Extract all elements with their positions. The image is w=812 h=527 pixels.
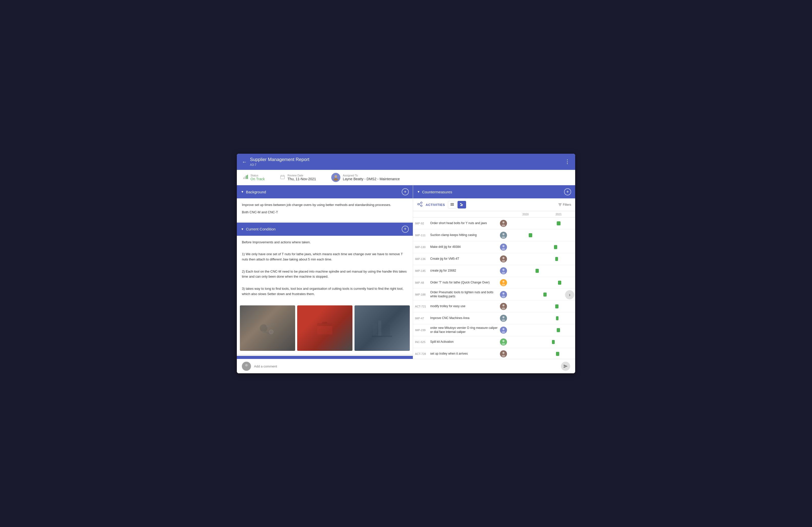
svg-point-55	[503, 340, 505, 342]
item-title: set up trolley when it arrives	[430, 352, 498, 356]
gantt-row-left: IMP-136Create jig for VM5-4T	[413, 254, 509, 264]
header: ← Supplier Management Report A3-7 ⋮	[237, 154, 575, 170]
svg-point-47	[503, 293, 505, 295]
gantt-row[interactable]: IMP-145create jig for 15682	[413, 265, 575, 277]
gantt-bar	[536, 269, 539, 273]
svg-rect-29	[460, 203, 462, 204]
gantt-row-left: IMP-130Make drill jig for 49384	[413, 242, 509, 252]
gantt-bar	[556, 352, 559, 356]
current-condition-add-button[interactable]: +	[402, 226, 409, 233]
svg-rect-27	[450, 204, 454, 205]
gantt-view-button[interactable]	[458, 201, 466, 208]
gantt-header-years: 2020 2021	[509, 213, 575, 216]
item-id: IMP-48	[415, 281, 428, 284]
assigned-label: Assigned To	[343, 174, 400, 177]
gantt-row[interactable]: IMP-239order new Mitutoyo vernier O ring…	[413, 324, 575, 336]
calendar-icon	[280, 174, 285, 181]
item-title: Suction clamp keeps hitting casing	[430, 233, 498, 237]
item-title: Order 'T' nuts for lathe (Quick Change O…	[430, 281, 498, 285]
gantt-row-left: INC-525Spill kit Activation	[413, 337, 509, 347]
gantt-row[interactable]: ACT-721modify trolley for easy use	[413, 301, 575, 312]
gantt-bar	[552, 340, 554, 344]
status-item: Status On Track	[243, 174, 265, 181]
item-avatar	[500, 244, 507, 251]
countermeasures-section-header[interactable]: ▼ Countermeasures +	[413, 185, 575, 199]
item-id: IMP-111	[415, 234, 428, 237]
gantt-row-chart	[509, 301, 575, 312]
countermeasures-chevron: ▼	[417, 190, 420, 194]
item-title: Improve CNC Machines Area	[430, 316, 498, 320]
gantt-row[interactable]: IMP-188Order Pneumatic tools to tighten …	[413, 289, 575, 301]
left-panel: ▼ Background + Improve set up times betw…	[237, 185, 413, 359]
item-avatar	[500, 338, 507, 346]
svg-point-54	[502, 331, 505, 333]
svg-point-13	[269, 330, 273, 334]
gantt-row-left: IMP-47Improve CNC Machines Area	[413, 313, 509, 323]
gantt-row[interactable]: IMP-136Create jig for VM5-4T	[413, 253, 575, 265]
list-view-button[interactable]	[448, 201, 456, 208]
current-condition-title: Current Condition	[246, 227, 276, 231]
current-condition-chevron: ▼	[241, 228, 244, 231]
svg-point-58	[502, 355, 505, 357]
svg-rect-0	[243, 177, 244, 179]
current-condition-header-left: ▼ Current Condition	[241, 227, 275, 231]
back-button[interactable]: ←	[242, 159, 247, 165]
background-text-2: Both CNC-M and CNC-T	[242, 210, 408, 215]
svg-point-9	[334, 178, 338, 181]
gantt-bar	[557, 221, 561, 225]
item-avatar	[500, 255, 507, 263]
countermeasures-add-button[interactable]: +	[564, 188, 571, 195]
background-add-button[interactable]: +	[402, 188, 409, 195]
background-content: Improve set up times between job change …	[237, 199, 413, 221]
gantt-rows: TODAYIMP-92Order short head bolts for 't…	[413, 218, 575, 359]
svg-line-24	[419, 203, 421, 204]
gantt-next-button[interactable]: ›	[565, 290, 574, 299]
background-header-left: ▼ Background	[241, 190, 266, 194]
svg-rect-14	[317, 326, 332, 334]
condition-point2: 2) Each tool on the CNC-M need to be pla…	[242, 269, 408, 280]
current-condition-section-header[interactable]: ▼ Current Condition +	[237, 223, 413, 236]
background-section-header[interactable]: ▼ Background +	[237, 185, 413, 199]
item-title: Make drill jig for 49384	[430, 245, 498, 249]
svg-point-51	[503, 316, 505, 318]
year-2021: 2021	[542, 213, 575, 216]
gantt-row[interactable]: IMP-111Suction clamp keeps hitting casin…	[413, 230, 575, 241]
item-avatar	[500, 315, 507, 322]
status-label: Status	[250, 174, 265, 177]
gantt-row[interactable]: IMP-47Improve CNC Machines Area	[413, 312, 575, 324]
gantt-row[interactable]: ACT-728set up trolley when it arrives	[413, 348, 575, 359]
photo-tools-box	[297, 305, 352, 351]
assigned-item: Assigned To Layne Beatty - DMS2 - Mainte…	[331, 173, 400, 182]
svg-point-44	[502, 272, 505, 274]
gantt-row[interactable]: INC-525Spill kit Activation	[413, 336, 575, 348]
more-button[interactable]: ⋮	[565, 159, 570, 165]
gantt-row-left: ACT-728set up trolley when it arrives	[413, 349, 509, 359]
gantt-row-chart	[509, 312, 575, 324]
filters-button[interactable]: Filters	[558, 203, 571, 206]
item-id: IMP-130	[415, 246, 428, 249]
svg-rect-26	[450, 203, 454, 204]
comment-input[interactable]	[254, 364, 558, 368]
svg-rect-30	[461, 204, 463, 205]
activities-icon	[417, 201, 423, 208]
background-title: Background	[246, 190, 266, 194]
gantt-bar	[558, 281, 561, 285]
app-container: ← Supplier Management Report A3-7 ⋮ Stat…	[237, 154, 575, 373]
item-id: ACT-728	[415, 352, 428, 355]
status-value: On Track	[250, 177, 265, 181]
gantt-row[interactable]: IMP-48Order 'T' nuts for lathe (Quick Ch…	[413, 277, 575, 289]
item-avatar	[500, 291, 507, 298]
gantt-row-chart	[509, 230, 575, 241]
activities-left: ACTIVITIES	[417, 201, 466, 208]
send-button[interactable]	[561, 362, 570, 371]
gantt-bar	[554, 245, 557, 249]
svg-point-61	[245, 364, 248, 366]
gantt-row[interactable]: IMP-92Order short head bolts for 't' nut…	[413, 218, 575, 230]
svg-rect-1	[245, 176, 245, 179]
photo-workshop	[354, 305, 410, 351]
item-avatar	[500, 350, 507, 357]
item-avatar	[500, 326, 507, 334]
goals-section-header[interactable]: ▼ Goals +	[237, 356, 413, 359]
svg-rect-18	[378, 321, 381, 337]
gantt-row[interactable]: IMP-130Make drill jig for 49384	[413, 241, 575, 253]
